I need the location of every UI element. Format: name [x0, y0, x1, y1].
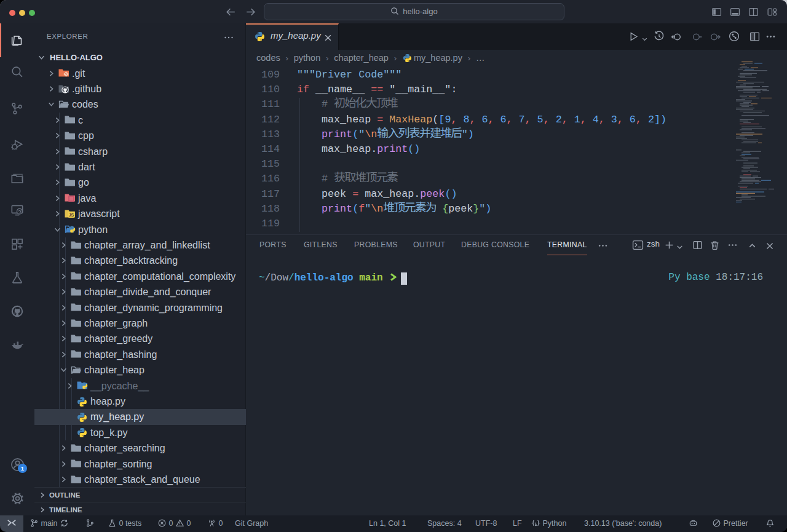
svg-text:JS: JS — [69, 213, 74, 217]
